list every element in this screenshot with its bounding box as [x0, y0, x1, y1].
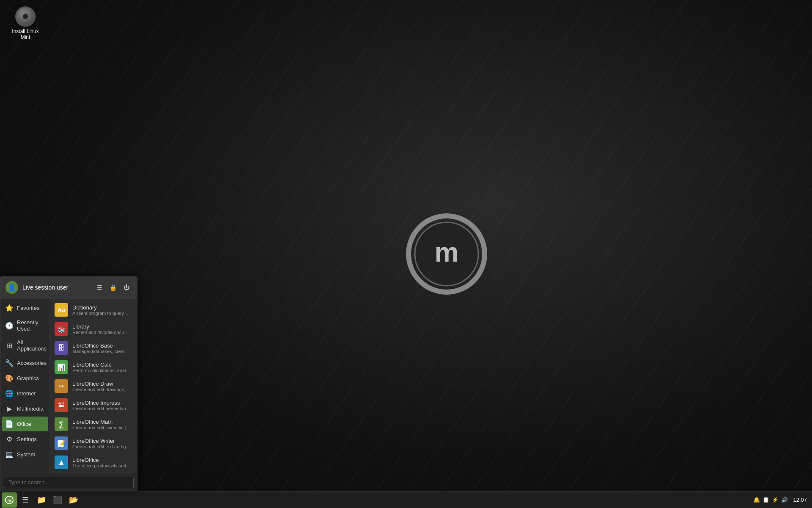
install-icon: [15, 6, 36, 27]
lo-main-desc: The office productivity suite compatibil…: [72, 463, 132, 468]
office-icon: 📄: [5, 420, 14, 428]
accessories-icon: 🔧: [5, 359, 14, 367]
lo-main-icon: ▲: [55, 456, 68, 469]
lo-main-text: LibreOffice The office productivity suit…: [72, 457, 132, 468]
taskbar-folder-button[interactable]: 📁: [34, 492, 49, 508]
search-input[interactable]: [4, 477, 134, 488]
menu-search-bar: [0, 474, 137, 491]
lo-impress-desc: Create and edit presentations for slide.…: [72, 406, 132, 411]
dictionary-name: Dictionary: [72, 304, 132, 311]
sidebar-item-office[interactable]: 📄 Office: [2, 417, 48, 431]
system-icon: 💻: [5, 450, 14, 458]
lo-impress-icon: 📽: [55, 398, 68, 412]
lo-calc-desc: Perform calculations, analyze informati.…: [72, 368, 132, 373]
graphics-label: Graphics: [17, 375, 39, 381]
desktop: m Install Linux Mint 👤 Live session user…: [0, 0, 812, 508]
taskbar-terminal-button[interactable]: ⬛: [50, 492, 65, 508]
app-item-lo-impress[interactable]: 📽 LibreOffice Impress Create and edit pr…: [50, 396, 136, 414]
files-button[interactable]: ☰: [94, 282, 105, 293]
lo-draw-name: LibreOffice Draw: [72, 381, 132, 387]
start-menu: 👤 Live session user ☰ 🔒 ⏻ ⭐ Favorites 🕐 …: [0, 276, 137, 491]
lo-base-desc: Manage databases, create queries and ...: [72, 349, 132, 354]
lo-main-name: LibreOffice: [72, 457, 132, 463]
svg-text:m: m: [8, 498, 11, 503]
app-item-dictionary[interactable]: Aa Dictionary A client program to query …: [50, 301, 136, 319]
menu-sidebar: ⭐ Favorites 🕐 Recently Used ⊞ All Applic…: [0, 298, 49, 474]
favorites-label: Favorites: [17, 305, 39, 311]
settings-icon: ⚙: [5, 435, 14, 443]
library-icon: 📚: [55, 322, 68, 336]
system-label: System: [17, 451, 35, 458]
recently-used-icon: 🕐: [5, 322, 14, 330]
all-apps-icon: ⊞: [5, 342, 14, 350]
install-linux-mint-icon[interactable]: Install Linux Mint: [8, 6, 42, 41]
mint-menu-button[interactable]: m: [2, 492, 17, 508]
sidebar-item-all-applications[interactable]: ⊞ All Applications: [2, 336, 48, 355]
menu-apps-list: Aa Dictionary A client program to query …: [49, 298, 137, 474]
app-item-lo-math[interactable]: ∑ LibreOffice Math Create and edit scien…: [50, 415, 136, 433]
clipboard-icon[interactable]: 📋: [763, 497, 769, 503]
library-desc: Recent and favorite documents: [72, 330, 132, 335]
install-icon-label: Install Linux Mint: [12, 28, 38, 41]
lo-draw-desc: Create and edit drawings, flow charts a.…: [72, 387, 132, 392]
volume-icon[interactable]: 🔊: [781, 497, 788, 503]
sidebar-item-multimedia[interactable]: ▶ Multimedia: [2, 401, 48, 416]
lo-math-icon: ∑: [55, 417, 68, 431]
library-text: Library Recent and favorite documents: [72, 323, 132, 335]
sidebar-item-favorites[interactable]: ⭐ Favorites: [2, 301, 48, 315]
lo-math-text: LibreOffice Math Create and edit scienti…: [72, 419, 132, 430]
lo-base-icon: 🗄: [55, 341, 68, 355]
internet-label: Internet: [17, 390, 36, 397]
dictionary-desc: A client program to query different dic.…: [72, 311, 132, 316]
app-item-lo-main[interactable]: ▲ LibreOffice The office productivity su…: [50, 453, 136, 472]
lo-impress-name: LibreOffice Impress: [72, 400, 132, 406]
app-item-lo-draw[interactable]: ✏ LibreOffice Draw Create and edit drawi…: [50, 377, 136, 395]
all-apps-label: All Applications: [17, 339, 47, 352]
sidebar-item-settings[interactable]: ⚙ Settings: [2, 432, 48, 447]
graphics-icon: 🎨: [5, 374, 14, 382]
lo-calc-text: LibreOffice Calc Perform calculations, a…: [72, 362, 132, 373]
clock[interactable]: 12:07: [793, 497, 807, 503]
lo-draw-icon: ✏: [55, 379, 68, 393]
taskbar-right: 🔔 📋 ⚡ 🔊 12:07: [753, 497, 810, 503]
office-label: Office: [17, 421, 31, 427]
settings-label: Settings: [17, 436, 37, 442]
lo-draw-text: LibreOffice Draw Create and edit drawing…: [72, 381, 132, 392]
app-item-library[interactable]: 📚 Library Recent and favorite documents: [50, 320, 136, 338]
menu-header: 👤 Live session user ☰ 🔒 ⏻: [0, 277, 137, 298]
recently-used-label: Recently Used: [17, 319, 44, 332]
app-item-lo-base[interactable]: 🗄 LibreOffice Base Manage databases, cre…: [50, 339, 136, 357]
header-icons: ☰ 🔒 ⏻: [94, 282, 132, 293]
app-item-lo-writer[interactable]: 📝 LibreOffice Writer Create and edit tex…: [50, 434, 136, 453]
sidebar-item-graphics[interactable]: 🎨 Graphics: [2, 371, 48, 386]
sidebar-item-accessories[interactable]: 🔧 Accessories: [2, 356, 48, 370]
taskbar-files-button[interactable]: ☰: [18, 492, 33, 508]
menu-body: ⭐ Favorites 🕐 Recently Used ⊞ All Applic…: [0, 298, 137, 474]
lo-writer-name: LibreOffice Writer: [72, 438, 132, 444]
sidebar-item-system[interactable]: 💻 System: [2, 447, 48, 462]
dictionary-icon: Aa: [55, 303, 68, 317]
taskbar: m ☰ 📁 ⬛ 📂 🔔 📋 ⚡ 🔊 12:07: [0, 491, 812, 508]
multimedia-label: Multimedia: [17, 406, 44, 412]
taskbar-folder2-button[interactable]: 📂: [66, 492, 81, 508]
lock-button[interactable]: 🔒: [107, 282, 118, 293]
lo-base-name: LibreOffice Base: [72, 342, 132, 349]
lo-calc-icon: 📊: [55, 360, 68, 374]
internet-icon: 🌐: [5, 389, 14, 398]
svg-text:m: m: [435, 237, 459, 268]
sidebar-item-internet[interactable]: 🌐 Internet: [2, 386, 48, 401]
notification-icon[interactable]: 🔔: [753, 497, 760, 503]
taskbar-tray: 🔔 📋 ⚡ 🔊: [753, 497, 788, 503]
lo-base-text: LibreOffice Base Manage databases, creat…: [72, 342, 132, 354]
power-button[interactable]: ⏻: [121, 282, 132, 293]
lo-math-desc: Create and edit scientific formulas and …: [72, 425, 132, 430]
multimedia-icon: ▶: [5, 405, 14, 413]
library-name: Library: [72, 323, 132, 330]
app-item-lo-calc[interactable]: 📊 LibreOffice Calc Perform calculations,…: [50, 358, 136, 376]
sidebar-item-recently-used[interactable]: 🕐 Recently Used: [2, 316, 48, 335]
mint-logo: m: [404, 212, 489, 296]
lo-writer-text: LibreOffice Writer Create and edit text …: [72, 438, 132, 449]
power-tray-icon[interactable]: ⚡: [772, 497, 779, 503]
lo-calc-name: LibreOffice Calc: [72, 362, 132, 368]
lo-writer-desc: Create and edit text and graphics in let…: [72, 444, 132, 449]
